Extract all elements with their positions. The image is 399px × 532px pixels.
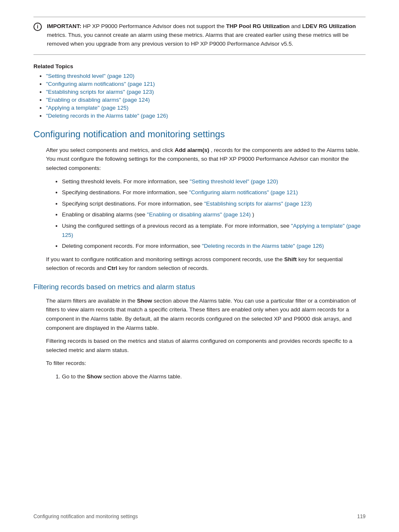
section2-para3: To filter records: [46,359,366,368]
footer-right: 119 [357,514,366,519]
footer-left: Configuring notification and monitoring … [33,514,138,519]
important-text-before-bold1: HP XP P9000 Performance Advisor does not… [83,23,226,29]
important-box: i IMPORTANT: HP XP P9000 Performance Adv… [33,17,366,55]
page: i IMPORTANT: HP XP P9000 Performance Adv… [0,0,399,532]
section1-link-2[interactable]: "Configuring alarm notifications" (page … [189,189,298,195]
list-item: Deleting component records. For more inf… [62,242,366,251]
related-link-4[interactable]: "Enabling or disabling alarms" (page 124… [46,97,150,103]
section2-para2: Filtering records is based on the metric… [46,337,366,355]
list-item: "Establishing scripts for alarms" (page … [46,89,366,95]
list-item: Go to the Show section above the Alarms … [62,372,366,381]
section1-bullets: Setting threshold levels. For more infor… [46,177,366,251]
section1-content: After you select components and metrics,… [33,146,366,273]
related-link-2[interactable]: "Configuring alarm notifications" (page … [46,81,155,87]
section2-content: The alarm filters are available in the S… [33,296,366,381]
important-text-between: and [291,23,302,29]
list-item: Specifying destinations. For more inform… [62,188,366,197]
list-item: Enabling or disabling alarms (see "Enabl… [62,210,366,219]
section1-heading: Configuring notification and monitoring … [33,129,366,140]
related-topics-list: "Setting threshold level" (page 120) "Co… [33,73,366,119]
related-link-6[interactable]: "Deleting records in the Alarms table" (… [46,113,168,119]
important-bold1: THP Pool RG Utilization [226,23,289,29]
section1-link-6[interactable]: "Deleting records in the Alarms table" (… [202,243,324,249]
list-item: "Configuring alarm notifications" (page … [46,81,366,87]
section1-link-4[interactable]: "Enabling or disabling alarms" (page 124… [147,211,251,218]
list-item: Specifying script destinations. For more… [62,199,366,208]
section1-link-3[interactable]: "Establishing scripts for alarms" (page … [204,200,312,207]
list-item: Using the configured settings of a previ… [62,221,366,239]
related-link-1[interactable]: "Setting threshold level" (page 120) [46,73,134,79]
section2-steps: Go to the Show section above the Alarms … [46,372,366,381]
important-text-after: metrics. Thus, you cannot create an alar… [47,32,349,47]
section1-link-1[interactable]: "Setting threshold level" (page 120) [189,178,278,185]
list-item: "Applying a template" (page 125) [46,105,366,111]
page-footer: Configuring notification and monitoring … [0,514,399,519]
related-link-3[interactable]: "Establishing scripts for alarms" (page … [46,89,154,95]
section2-heading: Filtering records based on metrics and a… [33,283,366,291]
section1-intro: After you select components and metrics,… [46,146,366,173]
list-item: Setting threshold levels. For more infor… [62,177,366,186]
related-link-5[interactable]: "Applying a template" (page 125) [46,105,128,111]
list-item: "Enabling or disabling alarms" (page 124… [46,97,366,103]
important-text: IMPORTANT: HP XP P9000 Performance Advis… [47,22,366,49]
section2-para1: The alarm filters are available in the S… [46,296,366,332]
info-icon: i [33,23,42,31]
important-bold2: LDEV RG Utilization [302,23,356,29]
list-item: "Setting threshold level" (page 120) [46,73,366,79]
section1-footer: If you want to configure notification an… [46,255,366,273]
list-item: "Deleting records in the Alarms table" (… [46,113,366,119]
related-topics: Related Topics "Setting threshold level"… [33,63,366,119]
related-topics-title: Related Topics [33,63,366,69]
important-label: IMPORTANT: [47,23,81,29]
